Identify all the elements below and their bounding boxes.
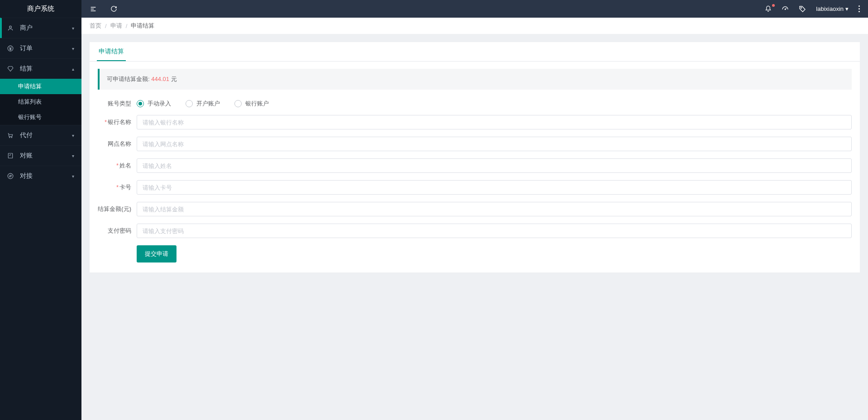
notice-unit: 元 bbox=[171, 76, 177, 82]
row-card-no: *卡号 bbox=[98, 180, 852, 195]
cart-icon bbox=[7, 132, 15, 138]
sidebar-item-reconciliation[interactable]: 对账 ▾ bbox=[0, 145, 81, 166]
dashboard-icon[interactable] bbox=[782, 5, 789, 13]
sidebar-subitem-bank-account[interactable]: 银行账号 bbox=[0, 110, 81, 125]
breadcrumb-apply[interactable]: 申请 bbox=[110, 22, 122, 30]
card: 申请结算 可申请结算金额: 444.01 元 账号类型 bbox=[90, 42, 860, 272]
sidebar-subitem-settlement-list[interactable]: 结算列表 bbox=[0, 94, 81, 110]
app-title: 商户系统 bbox=[0, 0, 81, 18]
input-branch-name[interactable] bbox=[137, 137, 852, 151]
input-card-no[interactable] bbox=[137, 180, 852, 195]
row-amount: 结算金额(元) bbox=[98, 202, 852, 216]
diamond-icon bbox=[7, 66, 15, 72]
more-options-icon[interactable] bbox=[858, 5, 860, 12]
sidebar-item-integration[interactable]: 对接 ▾ bbox=[0, 166, 81, 186]
sidebar-subitem-label: 银行账号 bbox=[18, 113, 42, 121]
notice-amount: 444.01 bbox=[151, 76, 169, 82]
sidebar-item-label: 对接 bbox=[20, 172, 33, 180]
radio-label: 银行账户 bbox=[245, 100, 269, 108]
breadcrumb: 首页 / 申请 / 申请结算 bbox=[81, 18, 868, 34]
svg-point-5 bbox=[8, 173, 13, 179]
sidebar-item-payout[interactable]: 代付 ▾ bbox=[0, 125, 81, 145]
refresh-icon[interactable] bbox=[110, 5, 117, 12]
swap-icon bbox=[7, 173, 15, 179]
sidebar-item-label: 订单 bbox=[20, 44, 33, 52]
checklist-icon bbox=[7, 153, 15, 159]
row-password: 支付密码 bbox=[98, 224, 852, 238]
username-text: labixiaoxin bbox=[816, 5, 844, 12]
breadcrumb-sep: / bbox=[105, 23, 107, 29]
sidebar-item-merchants[interactable]: 商户 ▾ bbox=[0, 18, 81, 38]
row-branch-name: 网点名称 bbox=[98, 137, 852, 151]
chevron-up-icon: ▴ bbox=[72, 67, 74, 72]
sidebar-item-label: 代付 bbox=[20, 131, 33, 139]
chevron-down-icon: ▾ bbox=[72, 153, 74, 158]
sidebar-item-settlement[interactable]: 结算 ▴ bbox=[0, 58, 81, 79]
chevron-down-icon: ▾ bbox=[72, 174, 74, 179]
content: 申请结算 可申请结算金额: 444.01 元 账号类型 bbox=[81, 34, 868, 420]
input-bank-name[interactable] bbox=[137, 115, 852, 129]
svg-point-6 bbox=[785, 9, 786, 10]
row-name: *姓名 bbox=[98, 158, 852, 173]
yen-icon bbox=[7, 45, 15, 52]
chevron-down-icon: ▾ bbox=[72, 133, 74, 138]
breadcrumb-home[interactable]: 首页 bbox=[90, 22, 101, 30]
label-bank-name: *银行名称 bbox=[98, 118, 137, 126]
radio-bank-account[interactable]: 银行账户 bbox=[234, 100, 269, 108]
label-card-no: *卡号 bbox=[98, 183, 137, 191]
radio-label: 开户账户 bbox=[196, 100, 220, 108]
radio-icon bbox=[137, 100, 144, 107]
radio-icon bbox=[234, 100, 242, 107]
label-branch-name: 网点名称 bbox=[98, 140, 137, 148]
input-amount[interactable] bbox=[137, 202, 852, 216]
input-name[interactable] bbox=[137, 158, 852, 173]
radio-open-account[interactable]: 开户账户 bbox=[186, 100, 220, 108]
sidebar-item-label: 对账 bbox=[20, 152, 33, 160]
sidebar-item-label: 结算 bbox=[20, 65, 33, 73]
submit-button[interactable]: 提交申请 bbox=[137, 245, 176, 262]
caret-down-icon: ▾ bbox=[845, 5, 849, 12]
svg-rect-4 bbox=[8, 153, 12, 158]
menu-toggle-icon[interactable] bbox=[90, 5, 97, 13]
label-name: *姓名 bbox=[98, 162, 137, 170]
row-account-type: 账号类型 手动录入 开户账户 bbox=[98, 100, 852, 108]
chevron-down-icon: ▾ bbox=[72, 26, 74, 31]
sidebar-subitem-label: 结算列表 bbox=[18, 98, 42, 106]
user-menu[interactable]: labixiaoxin ▾ bbox=[816, 5, 849, 12]
sidebar: 商户系统 商户 ▾ 订单 ▾ 结算 ▴ bbox=[0, 0, 81, 420]
radio-group-account-type: 手动录入 开户账户 银行账户 bbox=[137, 100, 852, 108]
tag-icon[interactable] bbox=[799, 5, 806, 13]
breadcrumb-current: 申请结算 bbox=[131, 22, 154, 30]
svg-point-3 bbox=[11, 137, 12, 138]
topbar: labixiaoxin ▾ bbox=[81, 0, 868, 18]
sidebar-item-orders[interactable]: 订单 ▾ bbox=[0, 38, 81, 58]
sidebar-menu: 商户 ▾ 订单 ▾ 结算 ▴ 申请结算 结算列表 bbox=[0, 18, 81, 186]
tab-header: 申请结算 bbox=[90, 42, 860, 62]
sidebar-item-label: 商户 bbox=[20, 24, 33, 32]
notification-icon[interactable] bbox=[765, 5, 772, 12]
label-amount: 结算金额(元) bbox=[98, 205, 137, 213]
radio-label: 手动录入 bbox=[148, 100, 171, 108]
breadcrumb-sep: / bbox=[126, 23, 128, 29]
row-bank-name: *银行名称 bbox=[98, 115, 852, 129]
svg-point-7 bbox=[801, 7, 802, 8]
notice-box: 可申请结算金额: 444.01 元 bbox=[98, 69, 852, 90]
radio-manual[interactable]: 手动录入 bbox=[137, 100, 171, 108]
label-account-type: 账号类型 bbox=[98, 100, 137, 108]
tab-apply-settlement[interactable]: 申请结算 bbox=[97, 42, 126, 61]
label-password: 支付密码 bbox=[98, 227, 137, 235]
notice-prefix: 可申请结算金额: bbox=[107, 76, 150, 82]
notification-dot bbox=[772, 4, 775, 7]
radio-icon bbox=[186, 100, 193, 107]
svg-point-0 bbox=[10, 26, 12, 28]
sidebar-subitem-apply[interactable]: 申请结算 bbox=[0, 79, 81, 94]
svg-point-2 bbox=[10, 137, 10, 138]
chevron-down-icon: ▾ bbox=[72, 46, 74, 51]
input-password[interactable] bbox=[137, 224, 852, 238]
sidebar-subitem-label: 申请结算 bbox=[18, 82, 42, 91]
user-icon bbox=[7, 25, 15, 31]
